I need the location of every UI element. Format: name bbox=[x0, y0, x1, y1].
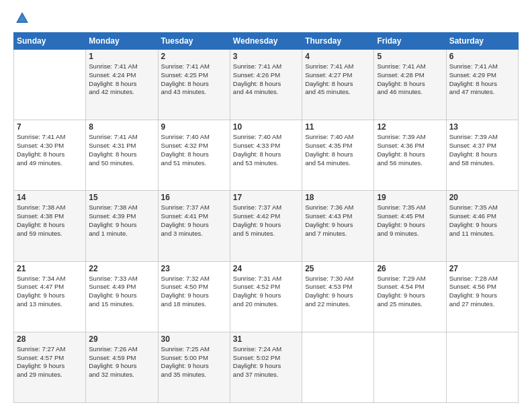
logo bbox=[13, 11, 30, 26]
logo-icon bbox=[15, 11, 30, 26]
day-number: 3 bbox=[233, 52, 299, 61]
day-info: Sunrise: 7:38 AM Sunset: 4:38 PM Dayligh… bbox=[17, 203, 83, 238]
calendar-day-cell: 18Sunrise: 7:36 AM Sunset: 4:43 PM Dayli… bbox=[302, 191, 374, 261]
day-info: Sunrise: 7:40 AM Sunset: 4:33 PM Dayligh… bbox=[233, 133, 299, 167]
day-info: Sunrise: 7:39 AM Sunset: 4:36 PM Dayligh… bbox=[377, 133, 443, 167]
calendar-day-cell: 22Sunrise: 7:33 AM Sunset: 4:49 PM Dayli… bbox=[86, 261, 158, 332]
calendar-day-cell: 7Sunrise: 7:41 AM Sunset: 4:30 PM Daylig… bbox=[14, 120, 86, 191]
day-number: 10 bbox=[233, 122, 299, 132]
day-info: Sunrise: 7:24 AM Sunset: 5:02 PM Dayligh… bbox=[233, 345, 299, 379]
day-number: 31 bbox=[233, 334, 299, 344]
day-number: 22 bbox=[89, 264, 154, 273]
day-info: Sunrise: 7:39 AM Sunset: 4:37 PM Dayligh… bbox=[449, 133, 515, 167]
day-info: Sunrise: 7:41 AM Sunset: 4:29 PM Dayligh… bbox=[449, 62, 515, 97]
day-info: Sunrise: 7:28 AM Sunset: 4:56 PM Dayligh… bbox=[449, 275, 515, 309]
calendar-day-cell: 24Sunrise: 7:31 AM Sunset: 4:52 PM Dayli… bbox=[230, 261, 302, 332]
calendar-day-cell: 29Sunrise: 7:26 AM Sunset: 4:59 PM Dayli… bbox=[86, 332, 158, 402]
day-info: Sunrise: 7:25 AM Sunset: 5:00 PM Dayligh… bbox=[161, 345, 227, 379]
calendar-day-cell bbox=[14, 50, 86, 120]
day-number: 15 bbox=[89, 193, 154, 202]
calendar-day-cell: 14Sunrise: 7:38 AM Sunset: 4:38 PM Dayli… bbox=[14, 191, 86, 261]
day-info: Sunrise: 7:33 AM Sunset: 4:49 PM Dayligh… bbox=[89, 275, 154, 309]
day-number: 16 bbox=[161, 193, 227, 202]
calendar-day-cell: 21Sunrise: 7:34 AM Sunset: 4:47 PM Dayli… bbox=[14, 261, 86, 332]
day-number: 5 bbox=[377, 52, 443, 61]
day-number: 28 bbox=[17, 334, 83, 344]
day-info: Sunrise: 7:38 AM Sunset: 4:39 PM Dayligh… bbox=[89, 203, 154, 238]
calendar-week-row: 28Sunrise: 7:27 AM Sunset: 4:57 PM Dayli… bbox=[14, 332, 519, 402]
day-info: Sunrise: 7:34 AM Sunset: 4:47 PM Dayligh… bbox=[17, 275, 83, 309]
calendar-day-header: Monday bbox=[86, 33, 158, 50]
calendar-day-cell: 27Sunrise: 7:28 AM Sunset: 4:56 PM Dayli… bbox=[446, 261, 518, 332]
calendar-day-cell: 28Sunrise: 7:27 AM Sunset: 4:57 PM Dayli… bbox=[14, 332, 86, 402]
calendar-week-row: 7Sunrise: 7:41 AM Sunset: 4:30 PM Daylig… bbox=[14, 120, 519, 191]
day-info: Sunrise: 7:37 AM Sunset: 4:42 PM Dayligh… bbox=[233, 203, 299, 238]
calendar-day-cell bbox=[302, 332, 374, 402]
day-number: 14 bbox=[17, 193, 83, 202]
day-info: Sunrise: 7:41 AM Sunset: 4:30 PM Dayligh… bbox=[17, 133, 83, 167]
day-number: 25 bbox=[305, 264, 371, 273]
day-number: 21 bbox=[17, 264, 83, 273]
day-info: Sunrise: 7:41 AM Sunset: 4:25 PM Dayligh… bbox=[161, 62, 227, 97]
day-number: 6 bbox=[449, 52, 515, 61]
calendar-day-cell: 20Sunrise: 7:35 AM Sunset: 4:46 PM Dayli… bbox=[446, 191, 518, 261]
calendar-day-cell: 11Sunrise: 7:40 AM Sunset: 4:35 PM Dayli… bbox=[302, 120, 374, 191]
calendar-day-header: Thursday bbox=[302, 33, 374, 50]
calendar-day-header: Friday bbox=[374, 33, 446, 50]
calendar-day-header: Sunday bbox=[14, 33, 86, 50]
calendar-table: SundayMondayTuesdayWednesdayThursdayFrid… bbox=[13, 32, 519, 403]
day-number: 30 bbox=[161, 334, 227, 344]
page-header bbox=[13, 11, 519, 26]
day-info: Sunrise: 7:41 AM Sunset: 4:28 PM Dayligh… bbox=[377, 62, 443, 97]
calendar-day-cell bbox=[446, 332, 518, 402]
day-number: 9 bbox=[161, 122, 227, 132]
day-number: 19 bbox=[377, 193, 443, 202]
calendar-page: SundayMondayTuesdayWednesdayThursdayFrid… bbox=[0, 0, 532, 411]
calendar-day-cell: 15Sunrise: 7:38 AM Sunset: 4:39 PM Dayli… bbox=[86, 191, 158, 261]
day-info: Sunrise: 7:40 AM Sunset: 4:32 PM Dayligh… bbox=[161, 133, 227, 167]
day-number: 12 bbox=[377, 122, 443, 132]
day-number: 18 bbox=[305, 193, 371, 202]
calendar-day-cell: 31Sunrise: 7:24 AM Sunset: 5:02 PM Dayli… bbox=[230, 332, 302, 402]
calendar-day-cell: 3Sunrise: 7:41 AM Sunset: 4:26 PM Daylig… bbox=[230, 50, 302, 120]
day-info: Sunrise: 7:35 AM Sunset: 4:46 PM Dayligh… bbox=[449, 203, 515, 238]
calendar-week-row: 1Sunrise: 7:41 AM Sunset: 4:24 PM Daylig… bbox=[14, 50, 519, 120]
day-info: Sunrise: 7:29 AM Sunset: 4:54 PM Dayligh… bbox=[377, 275, 443, 309]
calendar-day-cell: 16Sunrise: 7:37 AM Sunset: 4:41 PM Dayli… bbox=[158, 191, 230, 261]
calendar-day-cell: 6Sunrise: 7:41 AM Sunset: 4:29 PM Daylig… bbox=[446, 50, 518, 120]
day-info: Sunrise: 7:26 AM Sunset: 4:59 PM Dayligh… bbox=[89, 345, 154, 379]
day-number: 17 bbox=[233, 193, 299, 202]
day-info: Sunrise: 7:27 AM Sunset: 4:57 PM Dayligh… bbox=[17, 345, 83, 379]
calendar-week-row: 21Sunrise: 7:34 AM Sunset: 4:47 PM Dayli… bbox=[14, 261, 519, 332]
day-number: 11 bbox=[305, 122, 371, 132]
day-number: 7 bbox=[17, 122, 83, 132]
calendar-day-cell: 10Sunrise: 7:40 AM Sunset: 4:33 PM Dayli… bbox=[230, 120, 302, 191]
day-info: Sunrise: 7:35 AM Sunset: 4:45 PM Dayligh… bbox=[377, 203, 443, 238]
day-number: 13 bbox=[449, 122, 515, 132]
calendar-day-cell: 25Sunrise: 7:30 AM Sunset: 4:53 PM Dayli… bbox=[302, 261, 374, 332]
calendar-day-cell: 19Sunrise: 7:35 AM Sunset: 4:45 PM Dayli… bbox=[374, 191, 446, 261]
calendar-day-cell: 1Sunrise: 7:41 AM Sunset: 4:24 PM Daylig… bbox=[86, 50, 158, 120]
day-info: Sunrise: 7:30 AM Sunset: 4:53 PM Dayligh… bbox=[305, 275, 371, 309]
calendar-day-cell: 17Sunrise: 7:37 AM Sunset: 4:42 PM Dayli… bbox=[230, 191, 302, 261]
day-number: 4 bbox=[305, 52, 371, 61]
day-number: 26 bbox=[377, 264, 443, 273]
calendar-day-cell: 23Sunrise: 7:32 AM Sunset: 4:50 PM Dayli… bbox=[158, 261, 230, 332]
day-number: 8 bbox=[89, 122, 154, 132]
calendar-day-cell: 4Sunrise: 7:41 AM Sunset: 4:27 PM Daylig… bbox=[302, 50, 374, 120]
calendar-day-header: Tuesday bbox=[158, 33, 230, 50]
calendar-day-cell bbox=[374, 332, 446, 402]
calendar-day-header: Saturday bbox=[446, 33, 518, 50]
calendar-day-cell: 13Sunrise: 7:39 AM Sunset: 4:37 PM Dayli… bbox=[446, 120, 518, 191]
day-number: 29 bbox=[89, 334, 154, 344]
calendar-week-row: 14Sunrise: 7:38 AM Sunset: 4:38 PM Dayli… bbox=[14, 191, 519, 261]
calendar-day-header: Wednesday bbox=[230, 33, 302, 50]
day-info: Sunrise: 7:41 AM Sunset: 4:24 PM Dayligh… bbox=[89, 62, 154, 97]
day-number: 27 bbox=[449, 264, 515, 273]
day-info: Sunrise: 7:41 AM Sunset: 4:27 PM Dayligh… bbox=[305, 62, 371, 97]
day-info: Sunrise: 7:36 AM Sunset: 4:43 PM Dayligh… bbox=[305, 203, 371, 238]
day-number: 20 bbox=[449, 193, 515, 202]
calendar-day-cell: 30Sunrise: 7:25 AM Sunset: 5:00 PM Dayli… bbox=[158, 332, 230, 402]
calendar-day-cell: 8Sunrise: 7:41 AM Sunset: 4:31 PM Daylig… bbox=[86, 120, 158, 191]
calendar-day-cell: 5Sunrise: 7:41 AM Sunset: 4:28 PM Daylig… bbox=[374, 50, 446, 120]
